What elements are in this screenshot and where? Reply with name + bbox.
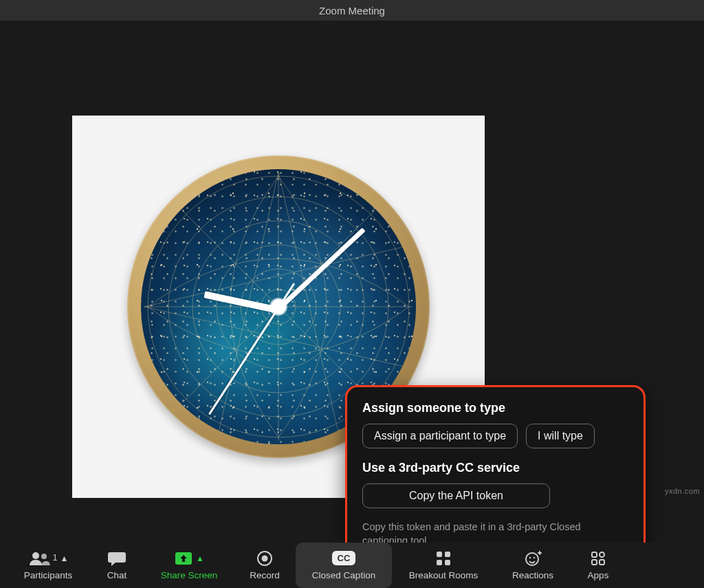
svg-point-24 [529,556,531,558]
cc-section-3rdparty-title: Use a 3rd-party CC service [362,461,628,475]
participants-label: Participants [24,570,73,580]
record-icon [256,549,273,567]
record-button[interactable]: Record [234,543,296,588]
apps-button[interactable]: Apps [571,543,626,588]
svg-rect-19 [437,552,442,557]
breakout-rooms-icon [435,549,452,567]
closed-caption-icon: CC [332,549,356,567]
svg-rect-21 [437,560,442,565]
svg-rect-22 [445,560,450,565]
closed-caption-label: Closed Caption [312,570,375,580]
closed-caption-popup: Assign someone to type Assign a particip… [345,385,646,562]
share-screen-label: Share Screen [161,570,218,580]
share-screen-button[interactable]: ▲ Share Screen [144,543,234,588]
reactions-button[interactable]: Reactions [495,543,571,588]
apps-icon [590,549,606,567]
svg-rect-28 [600,560,604,565]
breakout-rooms-label: Breakout Rooms [409,570,478,580]
svg-point-18 [262,555,268,561]
participants-icon [28,550,52,567]
svg-rect-26 [592,552,597,557]
chat-button[interactable]: Chat [89,543,144,588]
cc-section-assign-title: Assign someone to type [362,401,628,415]
svg-rect-27 [592,560,597,565]
assign-participant-button[interactable]: Assign a participant to type [362,424,518,448]
meeting-stage: Assign someone to type Assign a particip… [0,21,704,543]
participants-count: 1 [53,553,58,563]
svg-rect-20 [445,552,450,557]
meeting-toolbar: 1 ▲ Participants Chat ▲ Share Screen Rec… [0,543,704,588]
window-title: Zoom Meeting [319,5,385,17]
record-label: Record [250,570,280,580]
svg-point-29 [600,552,604,557]
reactions-icon [524,549,542,567]
chat-icon [107,549,126,567]
svg-point-15 [41,554,47,559]
apps-label: Apps [588,570,609,580]
svg-point-14 [32,552,39,559]
watermark: yxdn.com [665,487,700,495]
chat-label: Chat [107,570,127,580]
copy-api-token-button[interactable]: Copy the API token [362,483,550,508]
chevron-up-icon[interactable]: ▲ [60,554,68,563]
closed-caption-button[interactable]: CC Closed Caption [296,543,392,588]
window-titlebar: Zoom Meeting [0,0,704,21]
reactions-label: Reactions [512,570,553,580]
i-will-type-button[interactable]: I will type [526,424,595,448]
share-screen-icon [174,550,193,567]
clock-center [271,299,286,314]
participants-button[interactable]: 1 ▲ Participants [7,543,89,588]
breakout-rooms-button[interactable]: Breakout Rooms [392,543,495,588]
svg-point-25 [534,556,535,558]
chevron-up-icon[interactable]: ▲ [196,554,204,563]
